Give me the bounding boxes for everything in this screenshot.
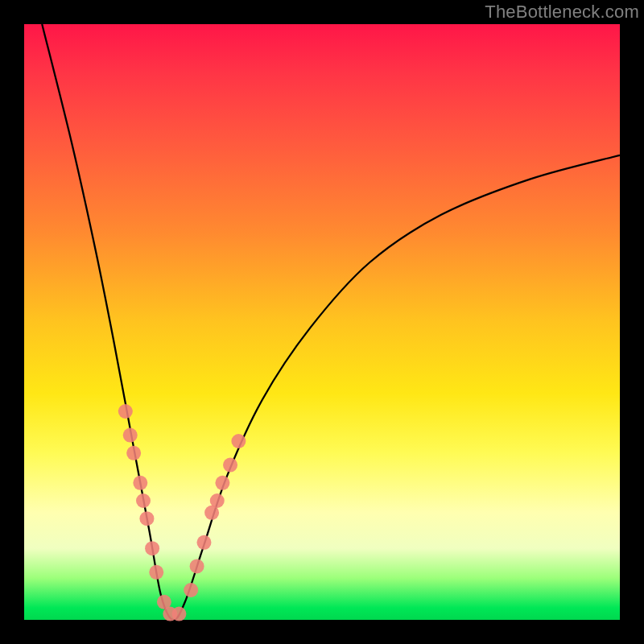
curve-marker (133, 476, 147, 490)
curve-marker (149, 565, 163, 580)
watermark-text: TheBottleneck.com (485, 2, 639, 23)
markers-left-arm (118, 404, 187, 621)
bottleneck-curve (42, 24, 620, 620)
curve-marker (223, 458, 237, 473)
curve-marker (145, 541, 159, 555)
curve-marker (139, 511, 154, 526)
chart-figure: TheBottleneck.com (0, 0, 644, 644)
curve-marker (126, 446, 141, 460)
markers-right-arm (184, 434, 246, 597)
curve-marker (231, 434, 246, 448)
curve-marker (171, 607, 186, 621)
plot-area (24, 24, 620, 620)
curve-marker (123, 428, 138, 443)
curve-marker (196, 535, 211, 550)
curve-marker (136, 493, 151, 508)
curve-marker (190, 559, 204, 573)
plot-svg (24, 24, 620, 620)
curve-marker (118, 404, 133, 419)
curve-marker (184, 583, 198, 597)
curve-marker (210, 493, 225, 508)
curve-marker (215, 476, 229, 490)
